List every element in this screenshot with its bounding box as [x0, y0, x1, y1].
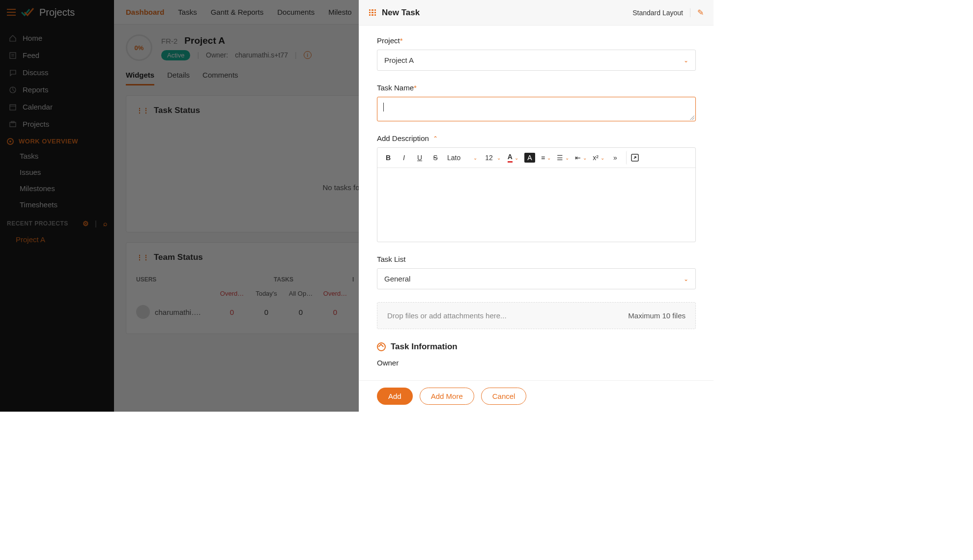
panel-title: New Task: [382, 8, 420, 18]
recent-projects-heading: RECENT PROJECTS ⚙ | ⌕: [0, 213, 114, 231]
drag-icon[interactable]: ⋮⋮: [136, 253, 149, 261]
task-info-title: Task Information: [391, 342, 458, 352]
expand-icon[interactable]: [626, 151, 641, 165]
sub-today: Today's: [249, 290, 284, 297]
description-toggle[interactable]: Add Description ⌃: [377, 134, 696, 142]
task-status-title: Task Status: [154, 106, 200, 115]
brand-label: Projects: [39, 7, 75, 18]
add-button[interactable]: Add: [377, 388, 413, 405]
indent-button[interactable]: ⇤⌄: [573, 151, 589, 165]
tab-dashboard[interactable]: Dashboard: [126, 8, 164, 16]
layout-label[interactable]: Standard Layout: [632, 9, 683, 17]
attachments-dropzone[interactable]: Drop files or add attachments here... Ma…: [377, 302, 696, 329]
new-task-panel: New Task Standard Layout ✎ Project* Proj…: [359, 0, 714, 412]
italic-button[interactable]: I: [397, 151, 411, 165]
sub-overdue1: Overd…: [215, 290, 249, 297]
collapse-icon[interactable]: [377, 342, 386, 351]
work-tasks[interactable]: Tasks: [0, 148, 114, 164]
tab-milestones[interactable]: Milesto: [328, 8, 352, 16]
avatar: [136, 305, 150, 319]
menu-icon[interactable]: [7, 9, 16, 16]
nav-reports[interactable]: Reports: [0, 81, 114, 98]
tab-documents[interactable]: Documents: [277, 8, 315, 16]
sub-overdue2: Overd…: [318, 290, 352, 297]
more-button[interactable]: »: [608, 151, 622, 165]
tab-tasks[interactable]: Tasks: [178, 8, 197, 16]
ring-icon: [7, 138, 14, 145]
list-button[interactable]: ☰⌄: [555, 151, 571, 165]
taskname-field-label: Task Name*: [377, 84, 696, 92]
recent-project-a[interactable]: Project A: [0, 231, 114, 248]
taskname-input[interactable]: [377, 97, 696, 121]
bold-button[interactable]: B: [381, 151, 395, 165]
tasklist-select[interactable]: General ⌄: [377, 268, 696, 289]
cancel-button[interactable]: Cancel: [481, 388, 527, 405]
align-button[interactable]: ≡⌄: [539, 151, 553, 165]
highlight-button[interactable]: A: [522, 151, 537, 165]
svg-rect-0: [10, 53, 16, 58]
apps-grid-icon[interactable]: [369, 9, 376, 16]
work-timesheets[interactable]: Timesheets: [0, 196, 114, 213]
filter-icon[interactable]: ⚙: [83, 220, 89, 227]
nav-calendar[interactable]: Calendar: [0, 98, 114, 115]
work-overview-heading[interactable]: WORK OVERVIEW: [0, 133, 114, 148]
col-tasks: TASKS: [215, 276, 352, 283]
chevron-down-icon: ⌄: [684, 57, 688, 64]
description-textarea[interactable]: [377, 168, 695, 242]
project-id: FR-2: [161, 37, 177, 45]
logo-icon: [21, 7, 34, 17]
search-icon[interactable]: ⌕: [103, 220, 108, 227]
subtab-details[interactable]: Details: [167, 71, 190, 85]
project-name: Project A: [184, 35, 225, 46]
progress-ring: 0%: [126, 34, 152, 61]
work-milestones[interactable]: Milestones: [0, 180, 114, 196]
sidebar: Projects Home Feed Discuss Reports Calen…: [0, 0, 114, 412]
tasklist-label: Task List: [377, 255, 696, 263]
work-issues[interactable]: Issues: [0, 164, 114, 180]
nav-feed[interactable]: Feed: [0, 47, 114, 64]
chevron-up-icon: ⌃: [433, 135, 438, 142]
strike-button[interactable]: S: [429, 151, 442, 165]
description-editor: B I U S Lato⌄ 12⌄ A⌄ A ≡⌄ ☰⌄ ⇤⌄ x²⌄ »: [377, 147, 696, 242]
tab-gantt[interactable]: Gantt & Reports: [211, 8, 264, 16]
font-size-select[interactable]: 12⌄: [482, 151, 504, 165]
owner-value: charumathi.s+t77: [235, 51, 288, 59]
nav-discuss[interactable]: Discuss: [0, 64, 114, 81]
add-more-button[interactable]: Add More: [420, 388, 474, 405]
owner-label: Owner:: [206, 51, 228, 59]
project-field-label: Project*: [377, 36, 696, 45]
team-status-title: Team Status: [154, 252, 203, 262]
rte-toolbar: B I U S Lato⌄ 12⌄ A⌄ A ≡⌄ ☰⌄ ⇤⌄ x²⌄ »: [377, 148, 695, 168]
svg-rect-4: [10, 105, 16, 110]
status-badge: Active: [161, 50, 190, 60]
owner-field-label: Owner: [377, 359, 696, 367]
underline-button[interactable]: U: [413, 151, 427, 165]
project-select[interactable]: Project A ⌄: [377, 50, 696, 71]
panel-footer: Add Add More Cancel: [359, 380, 714, 412]
nav-projects[interactable]: Projects: [0, 115, 114, 133]
font-family-select[interactable]: Lato⌄: [444, 151, 480, 165]
user-name: charumathi….: [155, 308, 200, 316]
info-icon[interactable]: i: [304, 51, 312, 59]
chevron-down-icon: ⌄: [684, 276, 688, 282]
subtab-comments[interactable]: Comments: [202, 71, 238, 85]
col-users: USERS: [136, 276, 215, 283]
nav-home[interactable]: Home: [0, 29, 114, 47]
superscript-button[interactable]: x²⌄: [591, 151, 606, 165]
drag-icon[interactable]: ⋮⋮: [136, 107, 149, 114]
text-color-button[interactable]: A⌄: [506, 151, 520, 165]
subtab-widgets[interactable]: Widgets: [126, 71, 154, 85]
sub-allopen: All Op…: [284, 290, 318, 297]
edit-icon[interactable]: ✎: [697, 8, 704, 17]
